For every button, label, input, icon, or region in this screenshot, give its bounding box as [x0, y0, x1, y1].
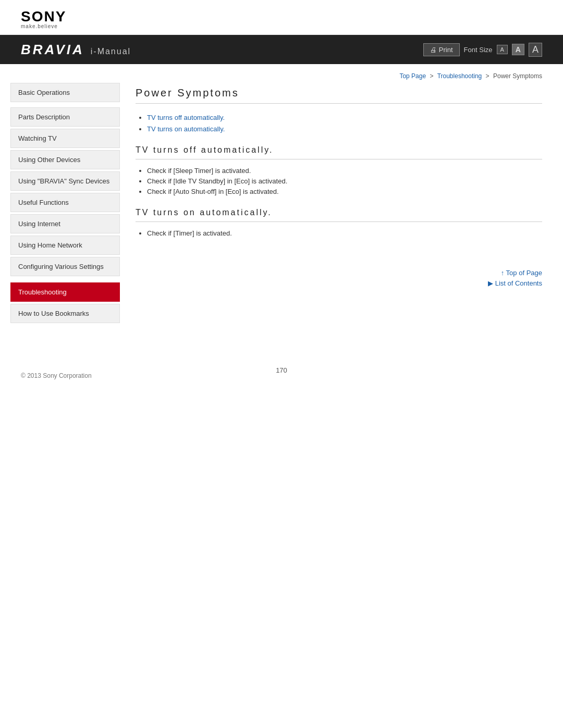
sidebar-item-configuring-various[interactable]: Configuring Various Settings [10, 257, 120, 276]
font-small-button[interactable]: A [497, 45, 508, 54]
breadcrumb-top-page[interactable]: Top Page [399, 72, 426, 80]
sidebar-item-how-to-use-bookmarks[interactable]: How to Use Bookmarks [10, 304, 120, 323]
sidebar-item-using-other-devices[interactable]: Using Other Devices [10, 150, 120, 169]
breadcrumb-sep2: > [486, 72, 489, 80]
font-size-label: Font Size [464, 46, 493, 54]
list-item: TV turns on automatically. [147, 125, 542, 133]
sony-brand: SONY [21, 9, 542, 24]
section-off-heading: TV turns off automatically. [136, 145, 542, 155]
header-bar: BRAVIA i-Manual 🖨 Print Font Size A A A [0, 35, 563, 64]
section-on-bullets: Check if [Timer] is activated. [136, 229, 542, 237]
sidebar-item-troubleshooting[interactable]: Troubleshooting [10, 282, 120, 302]
print-label: Print [439, 46, 453, 54]
page-number: 170 [0, 366, 563, 374]
section-off-divider [136, 159, 542, 159]
sidebar-item-watching-tv[interactable]: Watching TV [10, 129, 120, 148]
title-divider [136, 103, 542, 104]
breadcrumb: Top Page > Troubleshooting > Power Sympt… [136, 72, 542, 80]
bullet-item: Check if [Sleep Timer] is activated. [147, 167, 542, 175]
header-controls: 🖨 Print Font Size A A A [423, 43, 542, 57]
list-of-contents-link: ▶ List of Contents [136, 279, 542, 287]
sony-logo: SONY make.believe [21, 9, 542, 29]
bullet-item: Check if [Idle TV Standby] in [Eco] is a… [147, 177, 542, 185]
sidebar-item-bravia-sync[interactable]: Using "BRAVIA" Sync Devices [10, 171, 120, 191]
sidebar-item-useful-functions[interactable]: Useful Functions [10, 193, 120, 212]
print-icon: 🖨 [430, 46, 437, 54]
bullet-item: Check if [Auto Shut-off] in [Eco] is act… [147, 188, 542, 195]
content-area: Top Page > Troubleshooting > Power Sympt… [120, 64, 563, 336]
section-on-heading: TV turns on automatically. [136, 208, 542, 217]
sony-tagline: make.believe [21, 24, 542, 29]
sidebar-item-using-home-network[interactable]: Using Home Network [10, 236, 120, 255]
section-on-divider [136, 221, 542, 222]
breadcrumb-sep1: > [430, 72, 434, 80]
page-title: Power Symptoms [136, 87, 542, 99]
page-footer: © 2013 Sony Corporation 170 [0, 356, 563, 390]
main-layout: Basic Operations Parts Description Watch… [0, 64, 563, 336]
top-of-page-anchor[interactable]: ↑ Top of Page [501, 269, 542, 277]
sidebar-item-basic-operations[interactable]: Basic Operations [10, 83, 120, 102]
list-item: TV turns off automatically. [147, 113, 542, 121]
sidebar-item-using-internet[interactable]: Using Internet [10, 214, 120, 233]
font-large-button[interactable]: A [529, 43, 542, 57]
imanual-label: i-Manual [91, 47, 131, 56]
bullet-item: Check if [Timer] is activated. [147, 229, 542, 237]
tv-on-link[interactable]: TV turns on automatically. [147, 125, 225, 133]
links-list: TV turns off automatically. TV turns on … [136, 113, 542, 133]
logo-area: SONY make.believe [0, 0, 563, 35]
bravia-title: BRAVIA i-Manual [21, 42, 131, 58]
list-of-contents-anchor[interactable]: ▶ List of Contents [488, 279, 542, 287]
breadcrumb-troubleshooting[interactable]: Troubleshooting [437, 72, 482, 80]
tv-off-link[interactable]: TV turns off automatically. [147, 114, 225, 121]
bravia-logo: BRAVIA [21, 42, 84, 58]
top-of-page-link: ↑ Top of Page [136, 268, 542, 277]
print-button[interactable]: 🖨 Print [423, 43, 460, 56]
font-medium-button[interactable]: A [512, 44, 524, 55]
sidebar-item-parts-description[interactable]: Parts Description [10, 107, 120, 127]
breadcrumb-current: Power Symptoms [493, 72, 542, 80]
section-off-bullets: Check if [Sleep Timer] is activated. Che… [136, 167, 542, 195]
sidebar: Basic Operations Parts Description Watch… [0, 64, 120, 336]
